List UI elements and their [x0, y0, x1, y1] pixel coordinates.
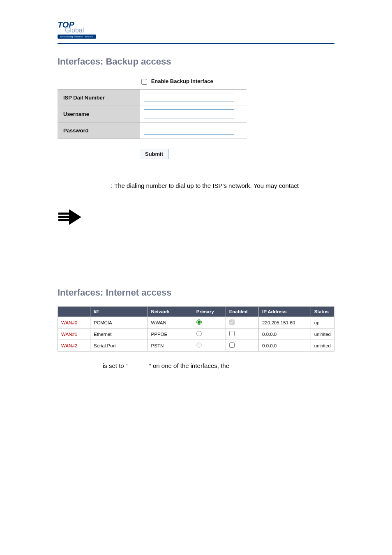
enabled-checkbox[interactable]: [229, 331, 235, 336]
username-input[interactable]: [144, 109, 234, 118]
status-cell: up: [311, 317, 334, 328]
network-cell: PSTN: [148, 340, 193, 352]
enable-backup-row: Enable Backup interface: [58, 75, 247, 90]
enabled-checkbox[interactable]: [229, 342, 235, 348]
backup-heading: Interfaces: Backup access: [58, 56, 247, 67]
network-cell: PPPOE: [148, 328, 193, 340]
internet-heading: Interfaces: Internet access: [58, 287, 334, 298]
enabled-checkbox[interactable]: [229, 319, 235, 325]
primary-cell: [193, 340, 226, 352]
logo-tagline: Broadening Wireless Horizons: [58, 35, 96, 39]
username-label: Username: [58, 106, 140, 122]
col-if: I/F: [90, 307, 148, 317]
svg-marker-3: [69, 209, 81, 225]
table-row: WAN#0PCMCIAWWAN220.205.151.60up: [58, 317, 334, 328]
col-ip: IP Address: [259, 307, 311, 317]
ip-cell: 0.0.0.0: [259, 328, 311, 340]
col-primary: Primary: [193, 307, 226, 317]
password-input[interactable]: [144, 126, 234, 135]
col-enabled: Enabled: [226, 307, 258, 317]
ip-cell: 220.205.151.60: [259, 317, 311, 328]
status-cell: uninited: [311, 328, 334, 340]
if-cell: Ethernet: [90, 328, 148, 340]
primary-radio[interactable]: [196, 319, 202, 325]
col-status: Status: [311, 307, 334, 317]
svg-rect-0: [58, 213, 69, 215]
internet-access-section: Interfaces: Internet access I/F Network …: [58, 287, 334, 352]
logo-text-global: Global: [65, 27, 96, 34]
enabled-cell: [226, 328, 258, 340]
enabled-cell: [226, 317, 258, 328]
if-cell: Serial Port: [90, 340, 148, 352]
wan-link[interactable]: WAN#0: [58, 317, 90, 328]
wan-link[interactable]: WAN#2: [58, 340, 90, 352]
table-row: WAN#1EthernetPPPOE0.0.0.0uninited: [58, 328, 334, 340]
internet-access-table: I/F Network Primary Enabled IP Address S…: [58, 306, 334, 352]
table-row: WAN#2Serial PortPSTN0.0.0.0uninited: [58, 340, 334, 352]
submit-button[interactable]: Submit: [140, 149, 168, 159]
enabled-cell: [226, 340, 258, 352]
password-label: Password: [58, 123, 140, 139]
primary-radio[interactable]: [196, 342, 202, 348]
isp-number-label: ISP Dail Number: [58, 90, 140, 106]
isp-number-input[interactable]: [144, 93, 234, 102]
primary-radio[interactable]: [196, 331, 202, 336]
col-blank: [58, 307, 90, 317]
header-divider: [58, 43, 334, 44]
ip-cell: 0.0.0.0: [259, 340, 311, 352]
primary-cell: [193, 317, 226, 328]
network-cell: WWAN: [148, 317, 193, 328]
brand-logo: TOP Global Broadening Wireless Horizons: [58, 21, 334, 39]
col-network: Network: [148, 307, 193, 317]
enable-backup-checkbox[interactable]: [141, 79, 147, 85]
primary-cell: [193, 328, 226, 340]
svg-rect-2: [58, 219, 69, 221]
footer-caption: is set to “” on one of the interfaces, t…: [58, 362, 334, 369]
if-cell: PCMCIA: [90, 317, 148, 328]
backup-access-section: Interfaces: Backup access Enable Backup …: [58, 56, 247, 159]
arrow-right-icon: [58, 208, 334, 226]
wan-link[interactable]: WAN#1: [58, 328, 90, 340]
status-cell: uninited: [311, 340, 334, 352]
enable-backup-label: Enable Backup interface: [151, 78, 213, 84]
isp-description-line: : The dialing number to dial up to the I…: [58, 180, 334, 192]
svg-rect-1: [58, 216, 69, 218]
